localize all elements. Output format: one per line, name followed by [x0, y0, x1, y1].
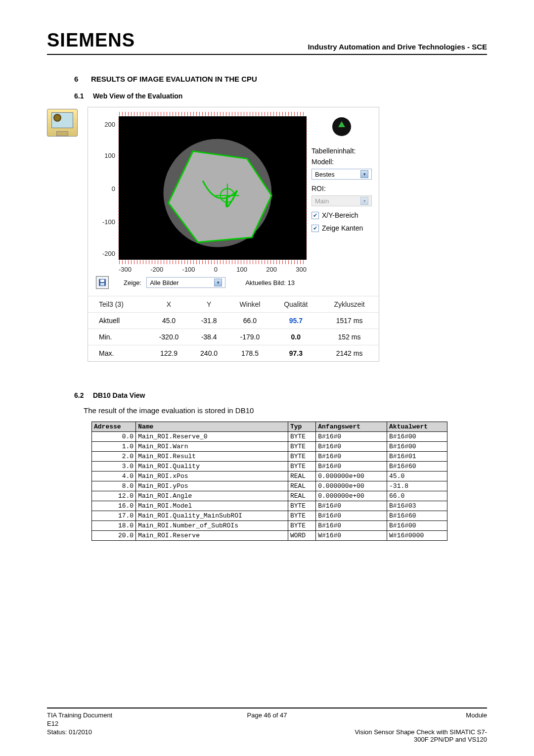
save-icon[interactable]: [96, 276, 109, 289]
roi-dropdown: Main ▾: [312, 195, 372, 206]
web-view-panel: 200 100 0 -100 -200: [88, 107, 379, 362]
roi-value: Main: [315, 197, 329, 205]
svg-rect-8: [100, 283, 104, 285]
right-controls: Tabelleninhalt: Modell: Bestes ▾ ROI: Ma…: [307, 116, 374, 293]
sub-title: Web View of the Evaluation: [93, 92, 183, 100]
table-row: Aktuell 45.0 -31.8 66.0 95.7 1517 ms: [88, 313, 379, 329]
show-edges-label: Zeige Kanten: [322, 224, 363, 232]
table-row: 4.0Main_ROI.xPosREAL0.000000e+0045.0: [92, 472, 447, 481]
hexagon-shape: [119, 117, 306, 259]
col-x: X: [148, 296, 190, 313]
show-edges-checkbox[interactable]: ✔ Zeige Kanten: [312, 224, 372, 232]
subsection-62: 6.2 DB10 Data View: [74, 391, 487, 399]
sub-num: 6.2: [74, 391, 91, 399]
table-content-label: Tabelleninhalt:: [312, 147, 372, 155]
section-number: 6: [74, 75, 91, 83]
section-heading: 6 RESULTS OF IMAGE EVALUATION IN THE CPU: [74, 75, 487, 83]
current-image-label: Aktuelles Bild: 13: [245, 279, 295, 286]
col-typ: Typ: [288, 422, 315, 432]
zeige-dropdown[interactable]: Alle Bilder ▾: [146, 277, 225, 288]
page-header: SIEMENS Industry Automation and Drive Te…: [47, 30, 487, 55]
page-footer: TIA Training Document Page 46 of 47 Modu…: [47, 708, 487, 743]
xy-range-label: X/Y-Bereich: [322, 211, 358, 219]
model-label: Modell:: [312, 158, 372, 166]
col-part: Teil3 (3): [88, 296, 148, 313]
db10-table: Adresse Name Typ Anfangswert Aktualwert …: [91, 422, 447, 541]
sub-num: 6.1: [74, 92, 91, 100]
chevron-down-icon: ▾: [214, 279, 222, 286]
footer-page-number: Page 46 of 47: [194, 711, 341, 719]
table-row: 0.0Main_ROI.Reserve_0BYTEB#16#0B#16#00: [92, 432, 447, 442]
col-cycle: Zykluszeit: [320, 296, 379, 313]
table-row: 17.0Main_ROI.Quality_MainSubROIBYTEB#16#…: [92, 511, 447, 521]
table-row: 20.0Main_ROI.ReserveWORDW#16#0W#16#0000: [92, 531, 447, 541]
table-row: Max. 122.9 240.0 178.5 97.3 2142 ms: [88, 345, 379, 362]
zeige-label: Zeige:: [124, 279, 141, 286]
table-row: 8.0Main_ROI.yPosREAL0.000000e+00-31.8: [92, 481, 447, 491]
table-row: Min. -320.0 -38.4 -179.0 0.0 152 ms: [88, 329, 379, 345]
chevron-down-icon: ▾: [360, 170, 368, 178]
roi-label: ROI:: [312, 185, 372, 192]
footer-right-3: Vision Sensor Shape Check with SIMATIC S…: [340, 728, 487, 743]
table-row: 16.0Main_ROI.ModelBYTEB#16#0B#16#03: [92, 501, 447, 511]
zeige-value: Alle Bilder: [150, 279, 179, 286]
y-axis-ticks: 200 100 0 -100 -200: [94, 117, 117, 260]
col-name: Name: [136, 422, 288, 432]
x-axis-ticks: -300 -200 -100 0 100 200 300: [119, 266, 307, 273]
col-adresse: Adresse: [92, 422, 136, 432]
footer-left-2: E12: [47, 720, 194, 727]
results-table: Teil3 (3) X Y Winkel Qualität Zykluszeit…: [88, 296, 379, 361]
footer-left-3: Status: 01/2010: [47, 728, 194, 743]
table-row: 2.0Main_ROI.ResultBYTEB#16#0B#16#01: [92, 452, 447, 462]
sub-title: DB10 Data View: [93, 391, 145, 399]
footer-right-1: Module: [340, 711, 487, 719]
status-led-icon: [332, 117, 351, 136]
table-row: 3.0Main_ROI.QualityBYTEB#16#0B#16#60: [92, 462, 447, 472]
model-dropdown[interactable]: Bestes ▾: [312, 169, 372, 180]
table-row: 1.0Main_ROI.WarnBYTEB#16#0B#16#00: [92, 442, 447, 452]
table-row: 12.0Main_ROI.AngleREAL0.000000e+0066.0: [92, 491, 447, 501]
checkbox-checked-icon: ✔: [312, 212, 319, 219]
monitor-icon: [47, 109, 78, 137]
model-value: Bestes: [315, 171, 335, 178]
subsection-61: 6.1 Web View of the Evaluation: [74, 92, 487, 100]
checkbox-checked-icon: ✔: [312, 225, 319, 232]
xy-range-checkbox[interactable]: ✔ X/Y-Bereich: [312, 211, 372, 219]
svg-rect-7: [100, 280, 104, 282]
col-aktualwert: Aktualwert: [387, 422, 447, 432]
db10-description: The result of the image evaluation is st…: [84, 406, 487, 415]
siemens-logo: SIEMENS: [47, 30, 135, 51]
section-title: RESULTS OF IMAGE EVALUATION IN THE CPU: [91, 75, 257, 83]
footer-left-1: TIA Training Document: [47, 711, 194, 719]
col-anfangswert: Anfangswert: [316, 422, 387, 432]
col-y: Y: [190, 296, 228, 313]
chevron-down-icon: ▾: [360, 197, 368, 205]
col-quality: Qualität: [272, 296, 320, 313]
table-row: 18.0Main_ROI.Number_of_SubROIsBYTEB#16#0…: [92, 521, 447, 531]
evaluation-plot: 200 100 0 -100 -200: [119, 116, 307, 260]
col-angle: Winkel: [228, 296, 271, 313]
header-right-text: Industry Automation and Drive Technologi…: [308, 43, 487, 51]
